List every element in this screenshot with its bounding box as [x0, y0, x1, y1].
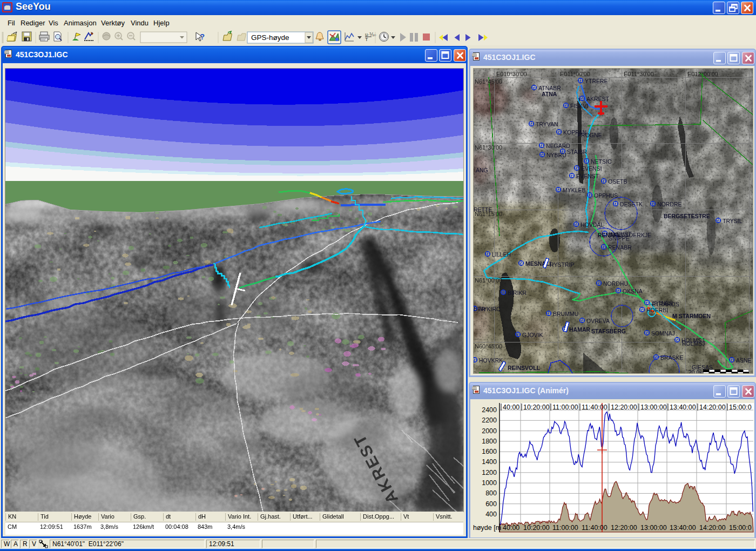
svg-text:2400: 2400 [482, 406, 497, 414]
svg-text:N61°00'00: N61°00'00 [475, 277, 502, 284]
svg-text:13:00:00: 13:00:00 [640, 404, 667, 411]
svg-text:N61°30'00: N61°30'00 [475, 144, 502, 151]
svg-text:STAFSBERG: STAFSBERG [591, 328, 626, 334]
svg-text:15:00:0: 15:00:0 [729, 404, 752, 411]
svg-text:BRASKE: BRASKE [660, 354, 684, 361]
svg-text:14:20:00: 14:20:00 [699, 404, 726, 411]
svg-text:BERGSETESTRE: BERGSETESTRE [664, 213, 710, 219]
svg-text:MYKLEB: MYKLEB [563, 187, 586, 193]
svg-text:LILLEH: LILLEH [492, 251, 511, 258]
svg-text:E012°00'00: E012°00'00 [687, 71, 718, 77]
svg-text:NETSIC: NETSIC [591, 158, 612, 165]
svg-text:OPPHUS: OPPHUS [594, 192, 618, 199]
svg-text:HOVKRK: HOVKRK [479, 357, 503, 364]
svg-text:12:20:00: 12:20:00 [611, 404, 637, 411]
svg-text:ASNE: ASNE [736, 357, 752, 364]
svg-text:GPS-høyde: GPS-høyde [251, 33, 289, 42]
svg-text:2200: 2200 [482, 416, 497, 424]
svg-text:RYSTRIP: RYSTRIP [550, 261, 574, 268]
svg-text:TRYVAN: TRYVAN [536, 121, 558, 127]
svg-text:OVREVA: OVREVA [586, 318, 610, 324]
svg-text:2000: 2000 [482, 427, 497, 435]
svg-text:E011°00'00: E011°00'00 [560, 71, 590, 77]
svg-text:HOVDAL: HOVDAL [580, 221, 604, 228]
svg-text:40:00: 40:00 [503, 524, 519, 532]
svg-text:10:20:00: 10:20:00 [523, 524, 550, 532]
svg-text:800: 800 [485, 489, 497, 497]
svg-text:HOLMSJ: HOLMSJ [682, 340, 705, 347]
svg-text:14:20:00: 14:20:00 [699, 524, 726, 532]
svg-text:ANDSOERKJE: ANDSOERKJE [613, 232, 651, 238]
svg-text:N60°45'00: N60°45'00 [475, 343, 502, 350]
svg-text:YTRERE: YTRERE [585, 78, 608, 84]
svg-text:11:00:00: 11:00:00 [552, 524, 578, 532]
svg-text:HAMAR: HAMAR [569, 326, 590, 333]
svg-text:1800: 1800 [482, 438, 497, 445]
svg-text:1400: 1400 [482, 458, 497, 466]
svg-text:15:00:0: 15:00:0 [729, 524, 752, 532]
svg-text:ANG: ANG [476, 167, 488, 173]
svg-text:1000: 1000 [482, 479, 497, 487]
svg-text:HOERBI: HOERBI [646, 307, 668, 313]
svg-text:E011°30'00: E011°30'00 [624, 71, 654, 77]
svg-text:NORDHU: NORDHU [603, 280, 628, 287]
svg-text:N61°45'00: N61°45'00 [475, 78, 502, 85]
svg-text:PROGNE: PROGNE [577, 132, 602, 138]
svg-text:BIRIKR: BIRIKR [508, 290, 526, 296]
svg-text:13:40:00: 13:40:00 [670, 404, 696, 411]
svg-text:12:20:00: 12:20:00 [611, 524, 637, 532]
svg-text:T: T [365, 37, 368, 42]
svg-text:DESETK: DESETK [620, 201, 643, 207]
svg-text:høyde [m: høyde [m [473, 524, 501, 532]
svg-text:NYBRU: NYBRU [546, 152, 566, 158]
svg-text:1600: 1600 [482, 448, 497, 455]
svg-text:EVENST: EVENST [576, 173, 599, 179]
svg-text:REINSVOLL: REINSVOLL [508, 365, 541, 371]
svg-text:BER: BER [474, 306, 485, 312]
svg-text:NORDRE: NORDRE [657, 201, 682, 207]
svg-text:OSETB: OSETB [608, 178, 627, 185]
svg-text:OKSNA: OKSNA [623, 288, 643, 294]
svg-text:SOMNAJ: SOMNAJ [651, 330, 675, 337]
svg-text:11:40:00: 11:40:00 [582, 524, 608, 532]
svg-text:11:40:00: 11:40:00 [582, 404, 608, 411]
svg-text:TRYSIL: TRYSIL [723, 218, 742, 224]
svg-text:400: 400 [485, 510, 497, 518]
svg-text:40:00: 40:00 [503, 404, 519, 411]
svg-text:13:00:00: 13:00:00 [640, 524, 667, 532]
svg-text:1200: 1200 [482, 469, 497, 476]
svg-text:?: ? [200, 32, 205, 41]
svg-text:AKREST: AKREST [586, 96, 610, 102]
svg-text:N61°15'00: N61°15'00 [475, 211, 502, 217]
svg-text:10:20:00: 10:20:00 [523, 404, 550, 411]
svg-text:EVENSI: EVENSI [581, 165, 602, 172]
svg-text:STAIBR: STAIBR [567, 149, 588, 155]
svg-text:BRUMMU: BRUMMU [553, 311, 578, 317]
svg-text:11:00:00: 11:00:00 [552, 404, 578, 411]
svg-text:ATNA: ATNA [542, 91, 557, 97]
svg-text:FISKVI: FISKVI [570, 103, 588, 109]
svg-text:GJOVIK: GJOVIK [522, 332, 543, 338]
svg-text:600: 600 [485, 500, 497, 508]
svg-text:RENABR: RENABR [608, 244, 632, 251]
svg-text:ETRAROS: ETRAROS [652, 301, 679, 307]
svg-text:13:40:00: 13:40:00 [670, 524, 696, 532]
svg-text:M STARMOEN: M STARMOEN [672, 313, 711, 319]
svg-text:E010°30'00: E010°30'00 [496, 71, 527, 77]
